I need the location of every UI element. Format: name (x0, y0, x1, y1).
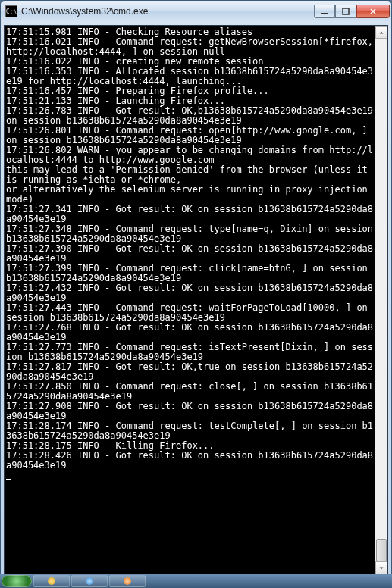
console-line: 17:51:27.773 INFO - Command request: isT… (6, 342, 375, 362)
titlebar[interactable]: C:\ C:\Windows\system32\cmd.exe (1, 1, 391, 22)
scroll-up-button[interactable] (375, 26, 387, 39)
window-title: C:\Windows\system32\cmd.exe (21, 6, 314, 17)
taskbar-item[interactable] (109, 575, 146, 587)
scrollbar-thumb[interactable] (376, 539, 387, 561)
cmd-window: C:\ C:\Windows\system32\cmd.exe 17:51:15… (0, 0, 392, 576)
console-output: 17:51:15.981 INFO - Checking Resource al… (5, 26, 375, 482)
taskbar-item[interactable] (33, 575, 70, 587)
client-area: 17:51:15.981 INFO - Checking Resource al… (4, 25, 388, 575)
chevron-up-icon (378, 30, 384, 36)
console-line: 17:51:27.348 INFO - Command request: typ… (6, 224, 375, 244)
console-line: or alternatively the selenium server is … (6, 185, 375, 205)
minimize-button[interactable] (314, 5, 335, 18)
app-icon (124, 577, 131, 585)
svg-rect-0 (321, 13, 328, 14)
console-line: 17:51:26.802 WARN - you appear to be cha… (6, 145, 375, 165)
window-buttons (314, 5, 390, 18)
taskbar-item[interactable] (71, 575, 108, 587)
console-line: 17:51:26.801 INFO - Command request: ope… (6, 126, 375, 145)
console-line: 17:51:27.908 INFO - Got result: OK on se… (6, 402, 375, 421)
maximize-icon (342, 8, 350, 15)
console-line: 17:51:28.426 INFO - Got result: OK on se… (6, 451, 375, 471)
cmd-icon: C:\ (5, 5, 17, 17)
svg-rect-1 (343, 8, 349, 14)
console-line: 17:51:16.353 INFO - Allocated session b1… (6, 67, 375, 86)
console-line: this may lead to a 'Permission denied' f… (6, 165, 375, 185)
vertical-scrollbar[interactable] (375, 26, 387, 574)
console-line: 17:51:28.174 INFO - Command request: tes… (6, 421, 375, 441)
console-line: 17:51:27.390 INFO - Got result: OK on se… (6, 244, 375, 264)
console-line: 17:51:27.341 INFO - Got result: OK on se… (6, 205, 375, 224)
console-line: 17:51:27.850 INFO - Command request: clo… (6, 382, 375, 402)
console-line: 17:51:26.783 INFO - Got result: OK,b1363… (6, 106, 375, 126)
console-line: 17:51:27.432 INFO - Got result: OK on se… (6, 283, 375, 303)
start-button[interactable] (2, 575, 32, 587)
scrollbar-track[interactable] (375, 39, 387, 561)
console-line: 17:51:27.443 INFO - Command request: wai… (6, 303, 375, 323)
scroll-down-button[interactable] (375, 561, 387, 574)
close-icon (369, 8, 377, 15)
console-line: 17:51:27.817 INFO - Got result: OK,true … (6, 362, 375, 382)
close-button[interactable] (356, 5, 390, 18)
minimize-icon (321, 8, 328, 15)
folder-icon (48, 577, 55, 585)
console-line: 17:51:27.399 INFO - Command request: cli… (6, 264, 375, 283)
console-line: 17:51:16.021 INFO - Command request: get… (6, 37, 375, 57)
console-line: 17:51:27.768 INFO - Got result: OK on se… (6, 323, 375, 342)
chevron-down-icon (378, 565, 384, 571)
cursor (6, 479, 11, 480)
taskbar[interactable] (0, 574, 392, 588)
maximize-button[interactable] (335, 5, 356, 18)
app-icon (86, 577, 93, 585)
